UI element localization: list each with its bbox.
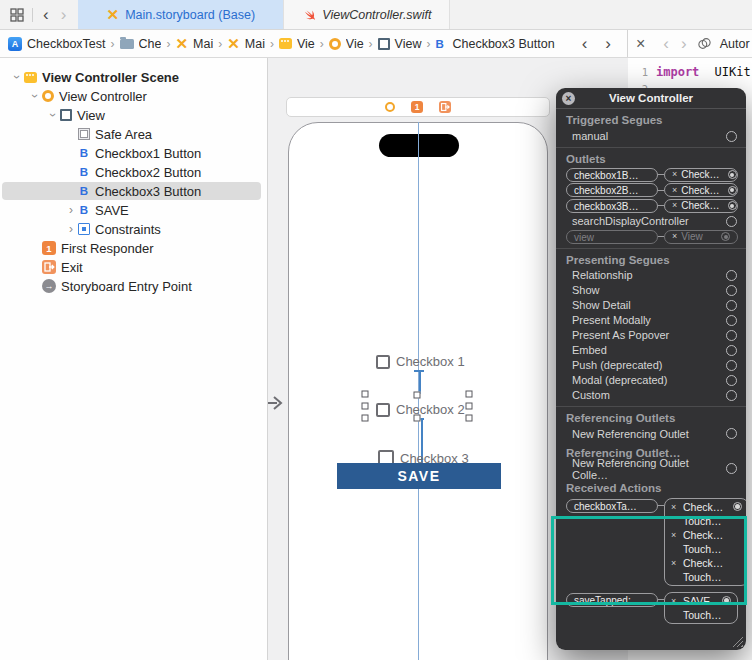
panel-resize-handle[interactable] xyxy=(732,636,743,647)
forward-button[interactable]: › xyxy=(59,6,69,23)
assistant-editor-bar: × ‹ › Autor xyxy=(628,30,752,57)
entry-point-icon: → xyxy=(42,279,56,293)
jump-back-button[interactable]: ‹ xyxy=(580,35,590,52)
connections-panel-header: × View Controller xyxy=(556,88,746,109)
breadcrumb-separator: › xyxy=(270,37,274,51)
outline-item-view[interactable]: › View xyxy=(2,106,261,124)
breadcrumb-folder[interactable]: Che xyxy=(120,37,162,51)
received-action-savetapped: saveTapped: ×SAVE Touch… xyxy=(556,586,746,624)
connection-well[interactable] xyxy=(726,360,737,371)
selection-handle[interactable] xyxy=(466,403,473,410)
storyboard-icon: ✕ xyxy=(107,7,120,22)
breadcrumb-storyboard[interactable]: ✕ Mai xyxy=(175,36,213,51)
breadcrumb-project[interactable]: A CheckboxTest xyxy=(8,37,106,51)
disclosure-icon[interactable]: › xyxy=(64,203,78,217)
connection-well[interactable] xyxy=(728,170,737,179)
connection-well[interactable] xyxy=(726,390,737,401)
selection-handle[interactable] xyxy=(414,415,421,422)
outline-item-first-responder[interactable]: 1 First Responder xyxy=(2,239,261,257)
selection-handle[interactable] xyxy=(362,391,369,398)
connection-well[interactable] xyxy=(726,131,737,142)
breadcrumb-storyboard-base[interactable]: ✕ Mai xyxy=(227,36,265,51)
assistant-back-button[interactable]: ‹ xyxy=(661,35,671,52)
segue-row: Push (deprecated) xyxy=(556,358,746,373)
connection-well[interactable] xyxy=(726,270,737,281)
view-controller-icon[interactable] xyxy=(385,102,395,112)
save-button[interactable]: SAVE xyxy=(337,463,501,489)
disconnect-icon[interactable]: × xyxy=(671,530,678,540)
segue-row: Custom xyxy=(556,388,746,403)
connection-well[interactable] xyxy=(726,428,737,439)
storyboard-entry-arrow[interactable] xyxy=(268,394,285,416)
breadcrumb-view[interactable]: View xyxy=(378,37,422,51)
checkbox1-button[interactable]: Checkbox 1 xyxy=(376,354,465,369)
outline-item-exit[interactable]: Exit xyxy=(2,258,261,276)
outline-item-save[interactable]: › B SAVE xyxy=(2,201,261,219)
disclosure-icon[interactable]: › xyxy=(28,89,42,103)
close-panel-button[interactable]: × xyxy=(562,92,575,105)
selection-handle[interactable] xyxy=(466,415,473,422)
outlet-row-checkbox2: checkbox2B… ×Check… xyxy=(556,183,746,199)
connection-well[interactable] xyxy=(726,330,737,341)
close-assistant-icon[interactable]: × xyxy=(636,36,645,52)
jump-forward-button[interactable]: › xyxy=(603,35,613,52)
assistant-forward-button[interactable]: › xyxy=(679,35,689,52)
outline-item-entry-point[interactable]: → Storyboard Entry Point xyxy=(2,277,261,295)
outline-item-checkbox3[interactable]: B Checkbox3 Button xyxy=(2,182,261,200)
segue-row: Present As Popover xyxy=(556,328,746,343)
connection-well[interactable] xyxy=(726,216,737,227)
connection-well[interactable] xyxy=(721,232,730,241)
connection-well[interactable] xyxy=(726,345,737,356)
disconnect-icon[interactable]: × xyxy=(671,558,678,568)
breadcrumb-separator: › xyxy=(320,37,324,51)
connection-well[interactable] xyxy=(726,300,737,311)
action-connections-box[interactable]: ×Check… Touch… ×Check… Touch… ×Check… To… xyxy=(664,498,746,586)
disclosure-icon[interactable]: › xyxy=(64,222,78,236)
breadcrumb-separator: › xyxy=(426,37,430,51)
outline-item-checkbox2[interactable]: B Checkbox2 Button xyxy=(2,163,261,181)
safe-area-icon xyxy=(78,128,90,140)
outline-item-scene[interactable]: › View Controller Scene xyxy=(2,68,261,86)
tab-main-storyboard[interactable]: ✕ Main.storyboard (Base) xyxy=(78,0,284,29)
disconnect-icon[interactable]: × xyxy=(671,596,678,606)
outline-item-safe-area[interactable]: Safe Area xyxy=(2,125,261,143)
assistant-mode-label[interactable]: Autor xyxy=(720,37,750,51)
exit-icon[interactable] xyxy=(439,101,451,113)
connections-panel[interactable]: × View Controller Triggered Segues manua… xyxy=(556,88,746,650)
outline-item-view-controller[interactable]: › View Controller xyxy=(2,87,261,105)
breadcrumb-checkbox3-button[interactable]: B Checkbox3 Button xyxy=(435,37,554,51)
button-icon: B xyxy=(78,166,90,178)
view-controller-icon xyxy=(42,90,54,102)
connection-well[interactable] xyxy=(728,186,737,195)
selection-handle[interactable] xyxy=(362,415,369,422)
disconnect-icon[interactable]: × xyxy=(672,199,677,212)
editor-grid-icon[interactable] xyxy=(10,8,24,22)
connection-well[interactable] xyxy=(726,375,737,386)
connection-well[interactable] xyxy=(726,285,737,296)
connection-well[interactable] xyxy=(722,596,731,605)
outline-item-constraints[interactable]: › Constraints xyxy=(2,220,261,238)
disconnect-icon[interactable]: × xyxy=(672,184,677,197)
breadcrumb-view-controller[interactable]: Vie xyxy=(329,37,364,51)
selection-handle[interactable] xyxy=(414,392,421,399)
breadcrumb-scene[interactable]: Vie xyxy=(279,37,315,51)
disclosure-icon[interactable]: › xyxy=(46,108,60,122)
tab-viewcontroller-swift[interactable]: ViewController.swift xyxy=(284,0,450,29)
outline-item-checkbox1[interactable]: B Checkbox1 Button xyxy=(2,144,261,162)
automatic-mode-icon[interactable] xyxy=(697,36,712,51)
selection-handle[interactable] xyxy=(362,403,369,410)
back-button[interactable]: ‹ xyxy=(41,6,51,23)
disconnect-icon[interactable]: × xyxy=(672,168,677,181)
segue-row-manual: manual xyxy=(556,128,746,144)
connection-well[interactable] xyxy=(728,201,737,210)
disclosure-icon[interactable]: › xyxy=(10,70,24,84)
selection-handle[interactable] xyxy=(466,391,473,398)
first-responder-icon[interactable]: 1 xyxy=(411,101,423,113)
connection-well[interactable] xyxy=(726,463,737,474)
action-connections-box[interactable]: ×SAVE Touch… xyxy=(664,592,738,624)
disconnect-icon[interactable]: × xyxy=(671,502,678,512)
connection-well[interactable] xyxy=(726,315,737,326)
connection-well[interactable] xyxy=(733,502,742,511)
button-icon: B xyxy=(78,204,90,216)
disconnect-icon[interactable]: × xyxy=(672,230,677,243)
